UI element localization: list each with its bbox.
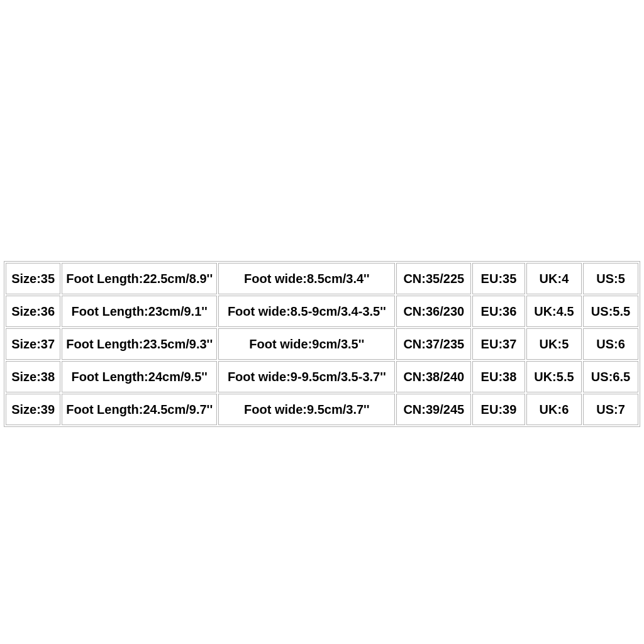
cell-foot-length: Foot Length:24.5cm/9.7'': [62, 394, 217, 425]
size-table: Size:35 Foot Length:22.5cm/8.9'' Foot wi…: [4, 261, 640, 427]
cell-us: US:6: [583, 328, 638, 360]
table-row: Size:38 Foot Length:24cm/9.5'' Foot wide…: [6, 361, 638, 392]
cell-cn: CN:35/225: [396, 263, 471, 294]
cell-us: US:7: [583, 394, 638, 425]
cell-foot-wide: Foot wide:8.5-9cm/3.4-3.5'': [218, 296, 395, 327]
table-row: Size:39 Foot Length:24.5cm/9.7'' Foot wi…: [6, 394, 638, 425]
cell-foot-length: Foot Length:24cm/9.5'': [62, 361, 217, 392]
cell-foot-length: Foot Length:22.5cm/8.9'': [62, 263, 217, 294]
cell-cn: CN:38/240: [396, 361, 471, 392]
table-row: Size:35 Foot Length:22.5cm/8.9'' Foot wi…: [6, 263, 638, 294]
cell-foot-wide: Foot wide:8.5cm/3.4'': [218, 263, 395, 294]
cell-size: Size:37: [6, 328, 60, 360]
cell-uk: UK:6: [526, 394, 582, 425]
cell-foot-wide: Foot wide:9cm/3.5'': [218, 328, 395, 360]
cell-eu: EU:35: [472, 263, 525, 294]
cell-size: Size:38: [6, 361, 60, 392]
cell-us: US:6.5: [583, 361, 638, 392]
cell-cn: CN:39/245: [396, 394, 471, 425]
cell-us: US:5: [583, 263, 638, 294]
cell-foot-wide: Foot wide:9.5cm/3.7'': [218, 394, 395, 425]
cell-foot-length: Foot Length:23.5cm/9.3'': [62, 328, 217, 360]
cell-cn: CN:36/230: [396, 296, 471, 327]
cell-size: Size:36: [6, 296, 60, 327]
cell-uk: UK:4.5: [526, 296, 582, 327]
cell-size: Size:39: [6, 394, 60, 425]
cell-eu: EU:36: [472, 296, 525, 327]
cell-eu: EU:38: [472, 361, 525, 392]
cell-foot-wide: Foot wide:9-9.5cm/3.5-3.7'': [218, 361, 395, 392]
cell-eu: EU:37: [472, 328, 525, 360]
cell-cn: CN:37/235: [396, 328, 471, 360]
cell-foot-length: Foot Length:23cm/9.1'': [62, 296, 217, 327]
cell-uk: UK:5.5: [526, 361, 582, 392]
table-row: Size:37 Foot Length:23.5cm/9.3'' Foot wi…: [6, 328, 638, 360]
cell-size: Size:35: [6, 263, 60, 294]
cell-eu: EU:39: [472, 394, 525, 425]
cell-uk: UK:5: [526, 328, 582, 360]
cell-us: US:5.5: [583, 296, 638, 327]
cell-uk: UK:4: [526, 263, 582, 294]
table-row: Size:36 Foot Length:23cm/9.1'' Foot wide…: [6, 296, 638, 327]
size-chart: Size:35 Foot Length:22.5cm/8.9'' Foot wi…: [4, 261, 640, 427]
